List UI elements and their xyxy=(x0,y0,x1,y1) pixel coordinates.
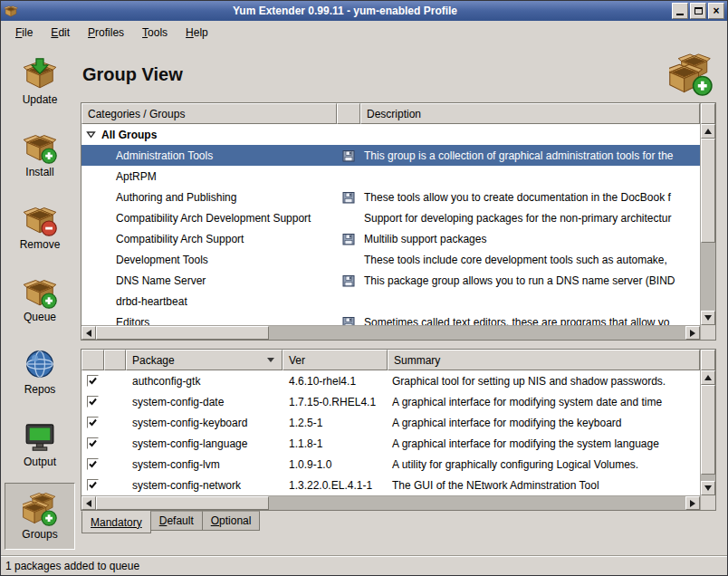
group-name: drbd-heartbeat xyxy=(81,295,337,308)
col-header-ver-label: Ver xyxy=(289,354,305,367)
group-row[interactable]: drbd-heartbeat xyxy=(81,291,700,312)
packages-hscrollbar[interactable] xyxy=(81,495,700,510)
page-title: Group View xyxy=(82,64,669,85)
package-groups-icon xyxy=(669,53,713,96)
scroll-down-button[interactable] xyxy=(701,311,715,325)
group-row[interactable]: Compatibility Arch SupportMultilib suppo… xyxy=(81,228,700,249)
vscroll-trough[interactable] xyxy=(701,243,715,311)
floppy-icon xyxy=(337,316,360,326)
menu-help[interactable]: Help xyxy=(178,23,216,43)
col-header-description[interactable]: Description xyxy=(360,103,700,124)
titlebar[interactable]: Yum Extender 0.99.11 - yum-enabled Profi… xyxy=(1,1,727,21)
hscroll-trough[interactable] xyxy=(269,326,685,340)
package-checkbox-cell xyxy=(81,479,104,491)
app-body: UpdateInstallRemoveQueueReposOutputGroup… xyxy=(1,44,727,555)
scroll-up-button[interactable] xyxy=(701,370,715,385)
col-header-blank[interactable] xyxy=(104,350,126,370)
down-arrow-icon xyxy=(704,315,712,321)
package-version: 1.3.22.0.EL.4.1-1 xyxy=(283,479,388,492)
col-header-group-icon[interactable] xyxy=(337,103,360,124)
scroll-left-button[interactable] xyxy=(81,496,96,510)
sidebar-item-groups[interactable]: Groups xyxy=(5,483,75,550)
package-row[interactable]: system-config-network1.3.22.0.EL.4.1-1Th… xyxy=(81,475,700,495)
checkbox-checked[interactable] xyxy=(87,396,99,408)
left-arrow-icon xyxy=(86,500,91,507)
checkbox-checked[interactable] xyxy=(87,458,99,470)
group-description: These tools include core development too… xyxy=(360,254,700,266)
scroll-down-button[interactable] xyxy=(701,481,715,495)
sidebar-item-update[interactable]: Update xyxy=(5,48,75,115)
group-description: This package group allows you to run a D… xyxy=(360,274,700,287)
hscroll-thumb[interactable] xyxy=(96,496,269,510)
group-row[interactable]: Compatibility Arch Development SupportSu… xyxy=(81,207,700,228)
sidebar-item-repos[interactable]: Repos xyxy=(5,338,75,405)
package-row[interactable]: authconfig-gtk4.6.10-rhel4.1Graphical to… xyxy=(81,370,700,391)
package-row[interactable]: system-config-date1.7.15-0.RHEL4.1A grap… xyxy=(81,391,700,412)
expander-open-icon[interactable] xyxy=(86,130,96,139)
group-row[interactable]: DNS Name ServerThis package group allows… xyxy=(81,270,700,291)
group-row[interactable]: Development ToolsThese tools include cor… xyxy=(81,249,700,270)
sidebar-item-install[interactable]: Install xyxy=(5,120,75,187)
package-row[interactable]: system-config-lvm1.0.9-1.0A utility for … xyxy=(81,454,700,475)
sidebar-item-label: Install xyxy=(25,166,53,178)
sidebar-item-label: Remove xyxy=(20,238,61,251)
groups-table-rows: All GroupsAdministration ToolsThis group… xyxy=(81,124,700,325)
col-header-description-label: Description xyxy=(367,108,421,120)
scroll-left-button[interactable] xyxy=(81,326,96,340)
right-arrow-icon xyxy=(690,330,695,337)
group-row[interactable]: Administration ToolsThis group is a coll… xyxy=(81,145,700,166)
group-row[interactable]: AptRPM xyxy=(81,166,700,187)
group-name: DNS Name Server xyxy=(81,274,337,287)
package-version: 4.6.10-rhel4.1 xyxy=(283,375,388,388)
vscroll-thumb[interactable] xyxy=(701,385,715,475)
group-row[interactable]: EditorsSometimes called text editors, th… xyxy=(81,312,700,325)
menu-edit[interactable]: Edit xyxy=(43,23,77,43)
sidebar-item-queue[interactable]: Queue xyxy=(5,265,75,332)
checkbox-checked[interactable] xyxy=(87,479,99,491)
hscroll-trough[interactable] xyxy=(269,496,685,510)
checkbox-checked[interactable] xyxy=(87,437,99,449)
checkbox-checked[interactable] xyxy=(87,417,99,428)
sidebar-item-remove[interactable]: Remove xyxy=(5,193,75,260)
floppy-icon xyxy=(337,233,360,245)
scroll-up-button[interactable] xyxy=(701,124,715,139)
sidebar-item-output[interactable]: Output xyxy=(5,410,75,477)
tab-mandatory[interactable]: Mandatory xyxy=(81,511,151,533)
scroll-right-button[interactable] xyxy=(685,496,700,510)
groups-hscrollbar[interactable] xyxy=(81,325,700,340)
package-checkbox-cell xyxy=(81,375,104,387)
close-button[interactable]: × xyxy=(708,3,724,19)
col-header-checkbox[interactable] xyxy=(81,350,104,370)
window-title: Yum Extender 0.99.11 - yum-enabled Profi… xyxy=(23,5,667,17)
group-name: Administration Tools xyxy=(81,149,337,162)
package-name: system-config-keyboard xyxy=(126,417,283,429)
col-header-package[interactable]: Package xyxy=(126,350,283,370)
hscroll-thumb[interactable] xyxy=(96,326,269,340)
tab-optional[interactable]: Optional xyxy=(202,511,261,531)
vscroll-trough[interactable] xyxy=(701,475,715,481)
vscroll-thumb[interactable] xyxy=(701,139,715,243)
group-root-row[interactable]: All Groups xyxy=(81,124,700,145)
group-row[interactable]: Authoring and PublishingThese tools allo… xyxy=(81,187,700,207)
package-row[interactable]: system-config-language1.1.8-1A graphical… xyxy=(81,433,700,454)
menu-file[interactable]: File xyxy=(8,23,40,43)
group-description: Support for developing packages for the … xyxy=(360,212,700,225)
packages-table-content: Package Ver Summary authconfig-gtk4.6.10… xyxy=(81,350,700,510)
minimize-button[interactable] xyxy=(672,3,688,19)
scroll-right-button[interactable] xyxy=(685,326,700,340)
menu-tools[interactable]: Tools xyxy=(135,23,175,43)
maximize-button[interactable] xyxy=(690,3,706,19)
col-header-ver[interactable]: Ver xyxy=(283,350,388,370)
package-summary: A graphical interface for modifying the … xyxy=(388,417,700,429)
packages-vscrollbar[interactable] xyxy=(700,350,715,510)
tab-default[interactable]: Default xyxy=(150,511,203,531)
checkbox-checked[interactable] xyxy=(87,375,99,387)
col-header-categories[interactable]: Categories / Groups xyxy=(81,103,337,124)
col-header-summary[interactable]: Summary xyxy=(388,350,700,370)
sort-descending-icon xyxy=(267,358,274,362)
menu-profiles[interactable]: Profiles xyxy=(81,23,131,43)
groups-vscrollbar[interactable] xyxy=(700,103,715,340)
package-row[interactable]: system-config-keyboard1.2.5-1A graphical… xyxy=(81,412,700,433)
status-text: 1 packages added to queue xyxy=(5,560,139,572)
package-name: system-config-network xyxy=(126,479,283,492)
